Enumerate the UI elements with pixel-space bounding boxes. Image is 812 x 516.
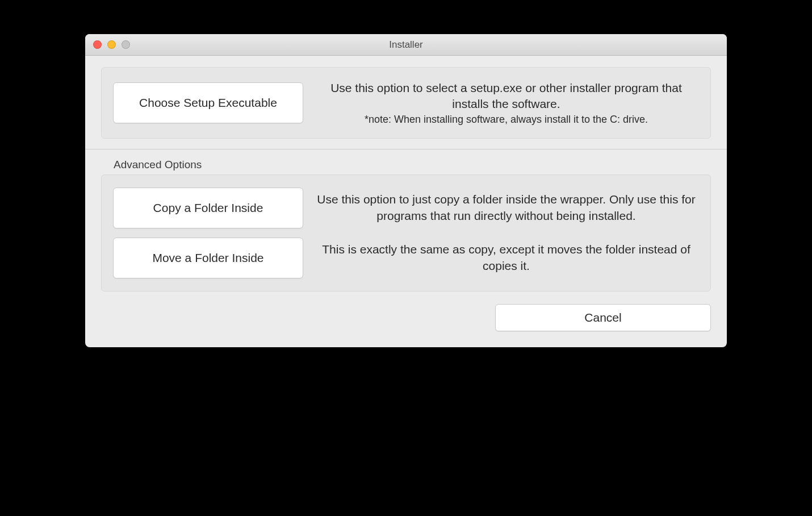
titlebar: Installer <box>85 34 727 56</box>
choose-description: Use this option to select a setup.exe or… <box>313 80 699 126</box>
choose-setup-executable-label: Choose Setup Executable <box>139 96 277 110</box>
copy-folder-button[interactable]: Copy a Folder Inside <box>113 188 303 228</box>
content-area: Choose Setup Executable Use this option … <box>85 56 727 347</box>
cancel-button[interactable]: Cancel <box>495 304 711 331</box>
installer-window: Installer Choose Setup Executable Use th… <box>85 34 727 347</box>
cancel-label: Cancel <box>584 311 621 324</box>
advanced-options-label: Advanced Options <box>114 159 711 171</box>
move-description: This is exactly the same as copy, except… <box>313 242 699 274</box>
close-icon[interactable] <box>93 40 102 49</box>
move-row: Move a Folder Inside This is exactly the… <box>113 233 699 283</box>
copy-row: Copy a Folder Inside Use this option to … <box>113 183 699 233</box>
choose-setup-executable-button[interactable]: Choose Setup Executable <box>113 82 303 123</box>
traffic-lights <box>85 40 130 49</box>
maximize-icon <box>122 40 130 49</box>
move-folder-label: Move a Folder Inside <box>152 251 263 265</box>
copy-folder-label: Copy a Folder Inside <box>153 201 263 215</box>
choose-note-text: *note: When installing software, always … <box>313 114 699 126</box>
copy-description: Use this option to just copy a folder in… <box>313 192 699 224</box>
footer: Cancel <box>101 304 711 331</box>
minimize-icon[interactable] <box>107 40 116 49</box>
window-title: Installer <box>85 39 727 51</box>
divider <box>85 149 727 149</box>
move-folder-button[interactable]: Move a Folder Inside <box>113 238 303 278</box>
advanced-panel: Copy a Folder Inside Use this option to … <box>101 174 711 292</box>
choose-description-text: Use this option to select a setup.exe or… <box>313 80 699 113</box>
main-panel: Choose Setup Executable Use this option … <box>101 67 711 139</box>
